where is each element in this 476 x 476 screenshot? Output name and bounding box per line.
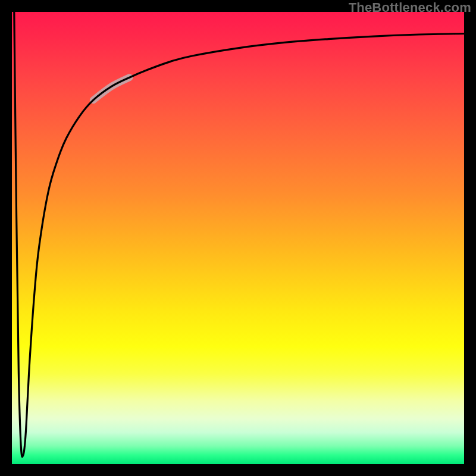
background-gradient [12, 12, 464, 464]
chart-frame: TheBottleneck.com [0, 0, 476, 476]
plot-area [12, 12, 464, 464]
